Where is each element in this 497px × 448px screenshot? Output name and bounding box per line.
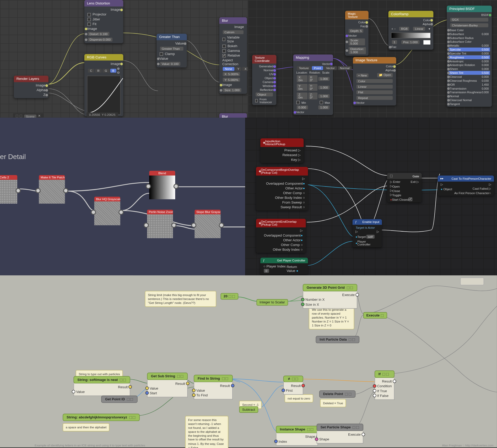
node-set-shape[interactable]: Set Particle Shape ⬚⬚ Execute Shape	[317, 424, 363, 444]
node-find-string[interactable]: Find In String ⬚⬚ Result Value To Find	[194, 375, 233, 400]
node-sub-string[interactable]: Get Sub String ⬚⬚ Result Value Start	[147, 373, 188, 397]
node-neq[interactable]: ≠ ⬚⬚ Result First	[283, 376, 304, 395]
node-lens-distortion[interactable]: Lens Distortion Image Projector Jitter F…	[84, 0, 123, 43]
node-color-ramp[interactable]: ColorRamp Color Alpha + −RGBLinear▾ 1Pos…	[388, 11, 434, 50]
footer-l: Example of identifying letters in an ICE…	[35, 444, 145, 447]
node-delete-point[interactable]: Delete Point ⬚⬚	[319, 390, 356, 398]
node-gen-grid[interactable]: Generate 3D Point Grid ⬚⬚ Execute Number…	[303, 284, 357, 309]
note-find: For some reason this wasn't returning -1…	[185, 416, 228, 448]
node-int-scalar[interactable]: Integer to Scalar	[256, 299, 288, 306]
node-magic-texture[interactable]: Magic Texture Color Fac Depth: 5 Vector …	[345, 11, 369, 56]
note-neq: not equal to zero	[285, 394, 313, 403]
node-cast[interactable]: ▸▸ Cast To FirstPersonCharacter ▷▷ ● Obj…	[438, 176, 494, 196]
node-instance-shape[interactable]: Instance Shape ⬚⬚ Shape Index	[276, 426, 318, 446]
ramp-gradient[interactable]	[391, 32, 431, 39]
shading-panel: Texture Coordinate GeneratedNormalUVObje…	[248, 0, 497, 118]
node-get-pid[interactable]: Get Point ID ⬚⬚	[101, 396, 137, 403]
sub-node[interactable]: Cells 2	[0, 175, 17, 204]
title: er Detail	[0, 153, 26, 161]
node-header: Render Layers	[14, 76, 48, 82]
wires	[0, 0, 248, 117]
node-principled-bsdf[interactable]: Principled BSDF BSDF GGX Christensen-Bur…	[447, 6, 492, 107]
curve-widget[interactable]	[87, 76, 121, 115]
node-render-layers[interactable]: Render Layers Image Alpha Z	[14, 76, 48, 98]
note-alpha: a space and then the alphabet	[63, 423, 110, 431]
node-mapping[interactable]: Mapping Vector TexturePointVectorNormal …	[293, 54, 333, 115]
node-get-pc[interactable]: ƒ Get Player Controller ○ Player Index 0…	[260, 258, 308, 274]
substance-panel: er Detail Cells 2 Make It Tile Patch ...…	[0, 118, 245, 275]
channel-tabs[interactable]: CRGB ⊕ ⊖	[86, 66, 121, 75]
node-string1[interactable]: String: softimage is neat ⬚⬚ Result Valu…	[74, 376, 131, 396]
node-blur[interactable]: Blur Image Catrom Variable Size Bokeh Ga…	[219, 17, 247, 94]
node-greater-than[interactable]: Greater Than Value Greater Than Clamp Va…	[156, 34, 187, 68]
node-20[interactable]: 20 ⬚⬚	[221, 293, 239, 300]
node-enable-input[interactable]: ƒ Enable Input Target is Actor ▷▷ ● Targ…	[353, 219, 382, 247]
sub-node[interactable]: Blur HQ Grayscale	[94, 197, 120, 225]
node-begin-overlap[interactable]: ◈ OnComponentBeginOverlap (Pickup Col) ▷…	[256, 167, 308, 211]
compositor-panel: Render Layers Image Alpha Z Lens Distort…	[0, 0, 248, 118]
sub-node[interactable]: Make It Tile Patch ...	[39, 175, 65, 204]
node-if[interactable]: If ⬚⬚ Result Condition If True If False	[375, 370, 395, 400]
note-limit: String limit (make this big enough to fi…	[145, 291, 216, 307]
toolbar-widget[interactable]	[460, 277, 484, 285]
note-grid: We use this to generate a row of evenly …	[309, 306, 354, 330]
node-rgb-curves[interactable]: RGB Curves Image CRGB ⊕ ⊖	[84, 54, 123, 116]
node-input-action[interactable]: ◈ InputAction Interact/Pickup Pressed ▷R…	[260, 138, 304, 163]
node-execute[interactable]: Execute ⬚	[363, 312, 387, 319]
node-gate[interactable]: ⬚ Gate ▷ EnterExit ▷ ▷ Open ▷ Close ▷ To…	[387, 173, 422, 202]
sub-node[interactable]: Perlin Noise Zoom	[147, 210, 173, 238]
node-end-overlap[interactable]: ◈ OnComponentEndOverlap (Pickup Col) ▷Ov…	[256, 219, 306, 253]
note-del: Deleted = True	[320, 399, 346, 407]
footer-r: Alan Fregtman :: http://darkvertex.com	[442, 444, 493, 447]
node-subtract[interactable]: Subtract	[239, 406, 258, 413]
node-image-texture[interactable]: Image Texture Color Alpha + New📁 Open Co…	[353, 57, 396, 106]
ice-panel: String limit (make this big enough to fi…	[0, 275, 497, 447]
sub-node[interactable]: Slope Blur Grayscale	[195, 210, 221, 238]
node-init-particle[interactable]: Init Particle Data ⬚⬚	[316, 336, 359, 343]
blueprint-panel: ◈ InputAction Interact/Pickup Pressed ▷R…	[245, 118, 497, 275]
node-tex-coord[interactable]: Texture Coordinate GeneratedNormalUVObje…	[252, 55, 276, 105]
node-string2[interactable]: String: abcdefghijklmnopqrstuvwxyz ⬚⬚	[63, 414, 140, 421]
sub-node[interactable]: Blend	[149, 171, 175, 199]
